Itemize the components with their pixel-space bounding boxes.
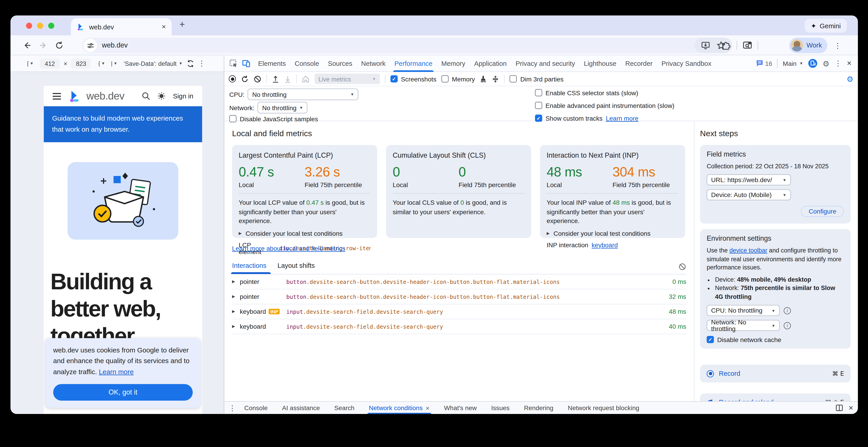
- js-context-select[interactable]: Main▼: [783, 60, 803, 67]
- record-icon[interactable]: [229, 75, 236, 82]
- capture-settings-gear-icon[interactable]: ⚙: [846, 74, 854, 83]
- interaction-row[interactable]: ▶ pointer button.devsite-search-button.d…: [232, 289, 686, 304]
- drawer-tab-issues[interactable]: Issues: [485, 402, 516, 414]
- tab-recorder[interactable]: Recorder: [621, 55, 657, 71]
- clear-interactions-icon[interactable]: [679, 263, 686, 271]
- tab-network[interactable]: Network: [357, 55, 390, 71]
- device-list-select[interactable]: [▼: [27, 60, 36, 67]
- browser-tab[interactable]: web.dev ✕: [71, 18, 172, 36]
- minimize-window-button[interactable]: [37, 23, 43, 29]
- live-metrics-home-icon[interactable]: [302, 75, 309, 82]
- devtools-menu-icon[interactable]: ⋮: [835, 59, 842, 68]
- close-drawer-icon[interactable]: ✕: [848, 404, 854, 411]
- env-network-select[interactable]: Network: No throttling▼: [707, 320, 780, 331]
- tab-close-icon[interactable]: ✕: [161, 24, 166, 30]
- drawer-tab-network-conditions[interactable]: Network conditions✕: [363, 402, 436, 414]
- devtools-settings-gear-icon[interactable]: ⚙: [823, 60, 830, 67]
- tab-lighthouse[interactable]: Lighthouse: [579, 55, 621, 71]
- info-icon[interactable]: i: [784, 322, 791, 329]
- interaction-row[interactable]: ▶ keyboardINP input.devsite-search-field…: [232, 304, 686, 319]
- issues-counter[interactable]: 16: [756, 60, 772, 67]
- drawer-tab-whats-new[interactable]: What's new: [438, 402, 483, 414]
- drawer-tab-rendering[interactable]: Rendering: [518, 402, 559, 414]
- throttle-select[interactable]: |▼: [111, 60, 120, 67]
- webdev-logo-icon[interactable]: [68, 89, 82, 103]
- field-device-select[interactable]: Device: Auto (Mobile)▼: [707, 190, 791, 200]
- device-width-input[interactable]: 412: [40, 58, 60, 68]
- disclosure-triangle-icon[interactable]: ▶: [232, 309, 240, 314]
- toggle-drawer-orientation-icon[interactable]: [836, 405, 843, 411]
- drawer-tab-ai-assistance[interactable]: AI assistance: [276, 402, 326, 414]
- memory-checkbox[interactable]: Memory: [441, 75, 475, 82]
- inspect-element-icon[interactable]: [229, 59, 238, 68]
- tab-memory[interactable]: Memory: [437, 55, 470, 71]
- search-icon[interactable]: [142, 92, 150, 100]
- record-button[interactable]: Record ⌘ E: [700, 365, 850, 382]
- devtools-close-icon[interactable]: ✕: [847, 60, 852, 67]
- site-settings-icon[interactable]: [84, 39, 97, 52]
- tab-elements[interactable]: Elements: [254, 55, 290, 71]
- configure-button[interactable]: Configure: [801, 206, 844, 217]
- close-drawer-tab-icon[interactable]: ✕: [425, 405, 430, 411]
- collapse-sections-icon[interactable]: [492, 75, 499, 82]
- css-selector-stats-checkbox[interactable]: Enable CSS selector stats (slow): [535, 89, 638, 96]
- drawer-tab-console[interactable]: Console: [238, 402, 274, 414]
- new-tab-button[interactable]: +: [180, 20, 185, 31]
- drawer-tab-search[interactable]: Search: [328, 402, 361, 414]
- reload-icon[interactable]: [55, 41, 64, 50]
- side-panel-search-icon[interactable]: [743, 41, 752, 50]
- disclosure-triangle-icon[interactable]: ▶: [232, 279, 240, 284]
- tab-interactions[interactable]: Interactions: [232, 260, 267, 274]
- inp-disclosure[interactable]: ▶Consider your local test conditions: [547, 230, 678, 236]
- tab-application[interactable]: Application: [470, 55, 511, 71]
- device-toolbar-link[interactable]: device toolbar: [730, 247, 768, 253]
- env-cpu-select[interactable]: CPU: No throttling▼: [707, 305, 780, 316]
- gemini-button[interactable]: ✦ Gemini: [805, 19, 847, 33]
- close-window-button[interactable]: [26, 23, 32, 29]
- clear-icon[interactable]: [254, 75, 261, 82]
- drawer-tab-network-request-blocking[interactable]: Network request blocking: [562, 402, 646, 414]
- zoom-window-button[interactable]: [48, 23, 54, 29]
- disable-cache-checkbox[interactable]: ✓Disable network cache: [707, 336, 844, 343]
- disclosure-triangle-icon[interactable]: ▶: [232, 294, 240, 299]
- interaction-row[interactable]: ▶ pointer button.devsite-search-button.d…: [232, 274, 686, 289]
- tab-privacy-sandbox[interactable]: Privacy Sandbox: [657, 55, 716, 71]
- download-profile-icon[interactable]: [284, 75, 291, 82]
- browser-menu[interactable]: ⋮: [834, 36, 841, 56]
- zoom-select[interactable]: {▼: [98, 60, 107, 67]
- rotate-device-icon[interactable]: [187, 60, 194, 67]
- hamburger-menu-icon[interactable]: [53, 93, 61, 99]
- inp-interaction-link[interactable]: keyboard: [592, 242, 618, 248]
- extensions-puzzle-icon[interactable]: [722, 41, 731, 50]
- profile-chip[interactable]: Work: [789, 38, 828, 53]
- disclosure-triangle-icon[interactable]: ▶: [232, 324, 240, 329]
- lcp-disclosure[interactable]: ▶Consider your local test conditions: [239, 230, 370, 236]
- screenshots-checkbox[interactable]: ✓Screenshots: [391, 75, 436, 82]
- network-throttling-select[interactable]: No throttling▼: [258, 102, 307, 113]
- forward-icon[interactable]: [39, 41, 48, 50]
- save-data-select[interactable]: 'Save-Data': default▼: [124, 60, 183, 67]
- device-height-input[interactable]: 823: [71, 58, 91, 68]
- tab-console[interactable]: Console: [290, 55, 323, 71]
- custom-tracks-checkbox[interactable]: ✓Show custom tracks Learn more: [535, 114, 639, 122]
- info-icon[interactable]: i: [784, 307, 791, 314]
- sign-in-button[interactable]: Sign in: [173, 92, 193, 100]
- tab-performance[interactable]: Performance: [390, 55, 437, 71]
- sync-status-icon[interactable]: [808, 59, 818, 68]
- advanced-paint-checkbox[interactable]: Enable advanced paint instrumentation (s…: [535, 102, 675, 109]
- tab-layout-shifts[interactable]: Layout shifts: [278, 260, 315, 274]
- device-toolbar-toggle-icon[interactable]: [242, 59, 250, 68]
- tab-privacy-security[interactable]: Privacy and security: [511, 55, 580, 71]
- device-toolbar-menu-icon[interactable]: ⋮: [198, 59, 205, 68]
- interaction-row[interactable]: ▶ keyboard input.devsite-search-field.de…: [232, 319, 686, 334]
- dim-third-parties-checkbox[interactable]: Dim 3rd parties: [510, 75, 563, 82]
- tab-sources[interactable]: Sources: [323, 55, 357, 71]
- cookie-learn-more-link[interactable]: Learn more: [99, 368, 134, 376]
- record-reload-icon[interactable]: [241, 75, 249, 82]
- field-url-select[interactable]: URL: https://web.dev/▼: [707, 174, 791, 185]
- cookie-accept-button[interactable]: OK, got it: [53, 384, 193, 401]
- metrics-learn-more-link[interactable]: Learn more about local and field metrics: [232, 245, 345, 252]
- cpu-throttling-select[interactable]: No throttling▼: [248, 89, 359, 100]
- webdev-wordmark[interactable]: web.dev: [87, 90, 125, 102]
- garbage-collect-icon[interactable]: [480, 75, 487, 82]
